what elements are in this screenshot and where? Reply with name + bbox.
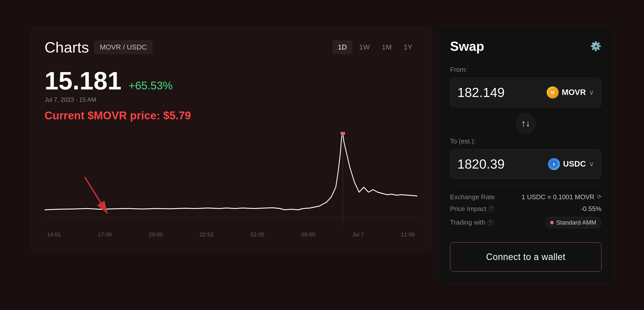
exchange-rate-value: 1 USDC = 0.1001 MOVR	[521, 193, 594, 201]
swap-direction-button[interactable]: ↑↓	[516, 113, 536, 133]
current-price-label: Current $MOVR price: $5.79	[45, 109, 417, 122]
x-label-2: 20:00	[149, 231, 163, 238]
trading-with-label: Trading with ?	[450, 219, 494, 226]
amm-badge: Standard AMM	[545, 217, 601, 228]
swap-title: Swap	[450, 39, 484, 54]
swap-panel: Swap ⚙️ From: 182.149 M MOVR ∨ ↑↓ To (es…	[438, 26, 614, 284]
x-axis-labels: 14:01 17:00 20:00 22:52 02:05 05:00 Jul …	[45, 231, 417, 238]
connect-wallet-button[interactable]: Connect to a wallet	[450, 242, 601, 272]
to-label: To (est.):	[450, 137, 601, 145]
to-token-chevron: ∨	[589, 160, 594, 168]
to-token-selector[interactable]: $ USDC ∨	[548, 158, 594, 170]
from-token-name: MOVR	[562, 88, 586, 97]
usdc-icon: $	[548, 158, 560, 170]
price-impact-row: Price Impact ? -0.55%	[450, 205, 601, 213]
x-label-3: 22:52	[200, 231, 214, 238]
chart-panel: Charts MOVR / USDC 1D 1W 1M 1Y 15.181 +6…	[30, 26, 432, 252]
price-impact-label: Price Impact ?	[450, 205, 495, 213]
to-input-box: 1820.39 $ USDC ∨	[450, 149, 601, 179]
to-token-name: USDC	[563, 159, 586, 169]
settings-icon[interactable]: ⚙️	[590, 41, 601, 51]
chart-area	[45, 132, 417, 227]
price-change: +65.53%	[129, 79, 173, 92]
trading-with-help-icon: ?	[488, 220, 494, 226]
chart-svg	[45, 132, 417, 227]
trading-with-row: Trading with ? Standard AMM	[450, 217, 601, 228]
price-impact-help-icon: ?	[489, 206, 495, 212]
divider	[450, 186, 601, 186]
from-amount[interactable]: 182.149	[457, 85, 505, 100]
chart-title-group: Charts MOVR / USDC	[45, 39, 152, 56]
amm-dot	[550, 221, 554, 224]
from-label: From:	[450, 66, 601, 74]
chart-header: Charts MOVR / USDC 1D 1W 1M 1Y	[45, 39, 417, 56]
price-date: Jul 7, 2023 · 15 AM	[45, 96, 417, 103]
x-label-5: 05:00	[301, 231, 315, 238]
to-amount[interactable]: 1820.39	[457, 157, 505, 172]
from-token-chevron: ∨	[589, 88, 594, 96]
x-label-1: 17:00	[98, 231, 112, 238]
refresh-icon[interactable]: ⟳	[597, 194, 601, 200]
time-filter-1d[interactable]: 1D	[333, 40, 352, 54]
chart-title: Charts	[45, 39, 89, 56]
from-token-selector[interactable]: M MOVR ∨	[547, 86, 594, 98]
price-impact-value: -0.55%	[581, 205, 601, 213]
main-container: Charts MOVR / USDC 1D 1W 1M 1Y 15.181 +6…	[20, 16, 624, 294]
svg-text:M: M	[551, 90, 554, 95]
x-label-6: Jul 7	[352, 231, 364, 238]
x-label-0: 14:01	[47, 231, 61, 238]
time-filters: 1D 1W 1M 1Y	[333, 40, 417, 54]
time-filter-1y[interactable]: 1Y	[399, 41, 417, 54]
price-display: 15.181 +65.53%	[45, 68, 417, 93]
x-label-4: 02:05	[251, 231, 264, 238]
movr-icon: M	[547, 86, 559, 98]
pair-badge[interactable]: MOVR / USDC	[94, 40, 153, 54]
svg-text:$: $	[553, 162, 555, 166]
time-filter-1m[interactable]: 1M	[377, 41, 397, 54]
time-filter-1w[interactable]: 1W	[354, 41, 375, 54]
exchange-rate-label: Exchange Rate	[450, 193, 495, 201]
amm-text: Standard AMM	[556, 219, 596, 226]
x-label-7: 11:00	[401, 231, 415, 238]
price-main: 15.181	[45, 67, 122, 95]
exchange-rate-row: Exchange Rate 1 USDC = 0.1001 MOVR ⟳	[450, 193, 601, 201]
from-input-box: 182.149 M MOVR ∨	[450, 78, 601, 107]
swap-header: Swap ⚙️	[450, 39, 601, 54]
